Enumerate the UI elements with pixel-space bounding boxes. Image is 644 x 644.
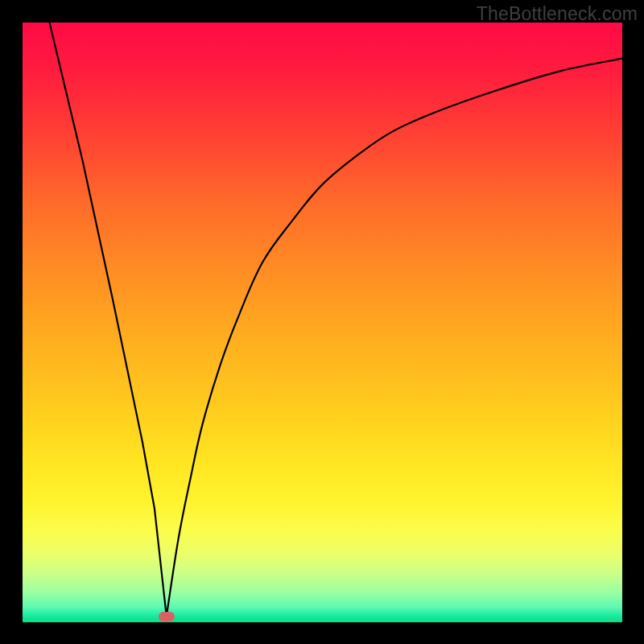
bottleneck-curve-left xyxy=(50,23,167,617)
plot-area xyxy=(23,23,622,622)
minimum-marker xyxy=(159,612,175,621)
chart-container: TheBottleneck.com xyxy=(0,0,644,644)
curve-svg xyxy=(23,23,622,622)
watermark-text: TheBottleneck.com xyxy=(477,3,638,25)
bottleneck-curve-right xyxy=(167,59,622,617)
